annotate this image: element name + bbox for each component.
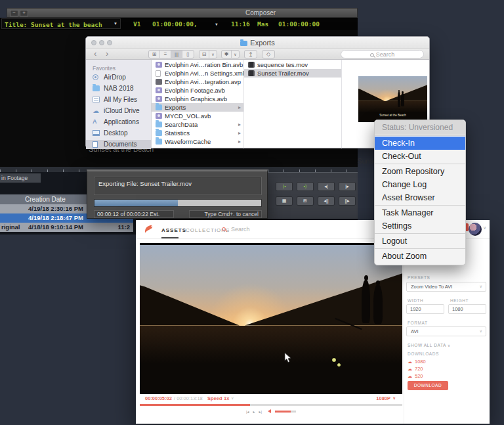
download-link-720[interactable]: ☁720 [408,366,423,372]
file-row[interactable]: MYCD_VOL.avb [152,112,243,120]
format-select[interactable]: AVI∨ [406,326,486,336]
speaker-icon[interactable] [266,409,271,413]
zoom-context-menu: Status: Unversioned Check-In Check-Out Z… [374,120,466,265]
coverflow-view-button[interactable]: ▯ [182,51,194,58]
export-cancel-hint: Type Cmd+. to cancel [189,210,262,218]
trim-forward-button[interactable]: ||▸ [339,196,356,206]
bin-tab[interactable]: in Footage [0,173,41,183]
menu-item-about-zoom[interactable]: About Zoom [375,250,465,263]
player-progress-track[interactable] [140,404,402,406]
step-forward-button[interactable]: |▸ [339,182,356,191]
tags-button[interactable]: ◇ [262,50,275,58]
previous-button[interactable]: |◂ [246,409,249,414]
column-view-button[interactable]: ||| [171,51,182,58]
movie-file-icon [248,70,255,76]
height-field[interactable]: 1080 [448,304,486,314]
keyboard-tool-button[interactable]: ⊞ [297,196,314,206]
menu-item-logout[interactable]: Logout [375,235,465,248]
zoom-window-button[interactable]: + [20,10,28,16]
play-button[interactable]: ▸ [253,409,255,414]
video-player-viewport[interactable] [140,243,402,394]
sidebar-item-airdrop[interactable]: AirDrop [86,73,151,82]
file-row[interactable]: Evolphin Avi…ration Bin.avb [152,60,243,69]
file-row-sunset-trailer-selected[interactable]: Sunset Trailer.mov [244,69,341,78]
download-link-520[interactable]: ☁520 [408,373,423,379]
folder-row-exports-selected[interactable]: Exports▸ [152,103,243,112]
chevron-down-icon: ∨ [232,51,239,58]
search-input[interactable]: Search [341,50,424,58]
preview-thumbnail[interactable]: Sunset at the Beach [358,76,427,122]
sidebar-item-desktop[interactable]: Desktop [86,129,151,138]
back-button[interactable]: ‹ [94,49,96,58]
screenshot-root: − + Composer Title: Sunset at the beach … [0,0,504,425]
sidebar-item-nab2018[interactable]: NAB 2018 [86,84,151,93]
menu-item-check-out[interactable]: Check-Out [375,150,465,163]
menu-item-asset-browser[interactable]: Asset Browser [375,191,465,204]
bin-row[interactable]: riginal 4/18/18 9:10:14 PM 11:2 [0,223,133,232]
chevron-down-icon[interactable]: ∨ [483,225,486,231]
mark-out-button[interactable]: •⟩ [297,182,314,191]
finder-titlebar[interactable]: Exports [86,37,429,49]
next-button[interactable]: ▸| [259,409,262,414]
file-row[interactable]: Evolphin Avi…tegration.avp [152,78,243,86]
file-row[interactable]: Evolphin Avi…n Settings.xml [152,69,243,78]
icon-view-button[interactable]: ⊞ [149,51,160,58]
arrange-button[interactable]: ⊟ ∨ [199,50,217,58]
download-link-1080[interactable]: ☁1080 [408,359,426,365]
timecode-dropdown-triangle-icon[interactable]: ▼ [215,22,218,26]
share-icon: ↥ [245,51,257,58]
trim-back-button[interactable]: ◂|| [318,196,335,206]
step-back-button[interactable]: ◂| [318,182,335,191]
sidebar-item-all-my-files[interactable]: All My Files [86,95,151,104]
export-progress-dialog: Exporting File: Sunset Trailer.mov 00:00… [87,169,268,219]
clip-title-dropdown[interactable]: Title: Sunset at the beach ▼ [1,18,121,29]
preset-select[interactable]: Zoom Video To AVI∨ [406,282,486,292]
webapp-search-input[interactable]: Search [231,226,250,233]
composer-transport-panel: ⟨• •⟩ ◂| |▸ ▦ ⊞ ◂|| ||▸ [268,172,358,219]
export-progress-bar [94,199,262,207]
avatar[interactable] [469,223,482,236]
menu-item-settings[interactable]: Settings [375,219,465,233]
show-all-data-toggle[interactable]: SHOW ALL DATA ∨ [408,343,451,347]
quality-select[interactable]: 1080P [376,395,390,401]
cloud-download-icon: ☁ [408,359,412,365]
grid-tool-button[interactable]: ▦ [276,196,293,206]
folder-row[interactable]: WaveformCache▸ [152,137,243,146]
menu-item-zoom-repository[interactable]: Zoom Repository [375,165,465,178]
menu-divider [375,164,465,164]
menu-item-change-log[interactable]: Change Log [375,178,465,191]
file-row[interactable]: sequence tes.mov [244,60,341,69]
download-button[interactable]: DOWNLOAD [408,381,448,390]
folder-row[interactable]: SearchData▸ [152,120,243,129]
menu-divider [375,248,465,249]
minimize-button[interactable]: − [10,10,18,16]
menu-divider [375,135,465,136]
tab-assets[interactable]: ASSETS [161,227,186,233]
sidebar-item-documents[interactable]: Documents [86,140,151,149]
sidebar-item-applications[interactable]: AApplications [86,118,151,127]
track-label[interactable]: V1 [133,20,140,28]
mark-in-button[interactable]: ⟨• [276,182,293,191]
mouse-cursor [284,353,292,363]
menu-item-task-manager[interactable]: Task Manager [375,206,465,219]
view-switcher: ⊞ ≡ ||| ▯ [148,50,194,58]
composer-control-bar: Title: Sunset at the beach ▼ V1 01:00:00… [0,18,358,30]
file-row[interactable]: Evolphin Footage.avb [152,86,243,95]
menu-item-check-in[interactable]: Check-In [375,137,465,150]
width-field[interactable]: 1920 [406,304,444,314]
forward-button[interactable]: › [106,49,108,58]
composer-titlebar[interactable]: − + Composer [7,8,358,18]
volume-slider[interactable] [275,411,296,413]
disclosure-arrow-icon: ▸ [238,129,241,137]
composer-window-title: Composer [245,9,276,16]
file-row[interactable]: Evolphin Graphics.avb [152,95,243,103]
sidebar-item-icloud[interactable]: ☁iCloud Drive [86,106,151,116]
speed-select[interactable]: 1x [224,395,229,401]
finder-sidebar: Favorites AirDrop NAB 2018 All My Files … [86,60,152,148]
folder-row[interactable]: Statistics▸ [152,129,243,137]
share-button[interactable]: ↥ [244,50,257,58]
list-view-button[interactable]: ≡ [160,51,171,58]
chevron-down-icon: ∨ [480,282,482,291]
action-menu-button[interactable]: ✱ ∨ [221,50,240,58]
cloud-download-icon: ☁ [408,367,412,372]
